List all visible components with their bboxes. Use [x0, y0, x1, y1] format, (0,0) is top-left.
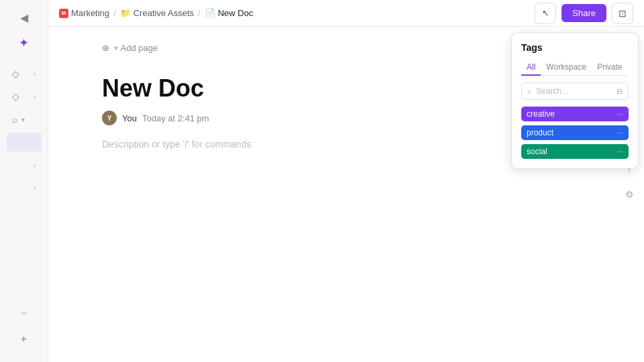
- tags-tabs: All Workspace Private: [521, 60, 629, 76]
- tag-creative-label: creative: [527, 109, 555, 119]
- layout-button[interactable]: ⊡: [612, 3, 633, 24]
- settings-button[interactable]: ⚙: [620, 185, 639, 204]
- search-icon: ⌕: [12, 114, 17, 125]
- chevron-right-icon-4: ›: [34, 161, 36, 169]
- tag-product-more[interactable]: ···: [617, 129, 623, 137]
- document-timestamp: Today at 2:41 pm: [142, 113, 209, 123]
- main-content: M Marketing / 📁 Creative Assets / 📄 New …: [48, 0, 644, 362]
- breadcrumb-marketing[interactable]: M Marketing: [59, 8, 109, 18]
- tab-workspace[interactable]: Workspace: [541, 60, 592, 76]
- ellipsis-icon: ···: [21, 307, 27, 318]
- cursor-button[interactable]: ↖: [535, 3, 556, 24]
- sidebar-nav: ◇ › ◇ › ⌕ ▾ › ›: [0, 63, 48, 298]
- collapse-button[interactable]: ◀: [12, 5, 36, 29]
- tag-social[interactable]: social ···: [521, 144, 629, 159]
- folder-icon: 📁: [120, 8, 131, 18]
- breadcrumb-folder-label: Creative Assets: [133, 8, 194, 18]
- breadcrumb-sep-2: /: [198, 8, 201, 18]
- plus-icon: +: [21, 333, 27, 345]
- tab-all[interactable]: All: [521, 60, 541, 76]
- tab-private[interactable]: Private: [592, 60, 627, 76]
- header-actions: ↖ Share ⊡: [535, 3, 633, 24]
- sidebar-item-4[interactable]: ›: [7, 154, 42, 176]
- tags-panel-title: Tags: [521, 42, 629, 53]
- gear-icon: ⚙: [625, 189, 634, 200]
- tags-search-container: ⌕ ⊟: [521, 82, 629, 100]
- workspace-icon-button[interactable]: ✦: [12, 31, 36, 55]
- tag-product[interactable]: product ···: [521, 125, 629, 140]
- breadcrumb-new-doc[interactable]: 📄 New Doc: [205, 8, 254, 18]
- header: M Marketing / 📁 Creative Assets / 📄 New …: [48, 0, 644, 27]
- sidebar-item-5[interactable]: ›: [7, 177, 42, 198]
- tags-panel: Tags All Workspace Private ⌕ ⊟ creative …: [511, 32, 639, 169]
- search-icon: ⌕: [527, 87, 532, 95]
- workspace-icon: ✦: [19, 36, 29, 50]
- chevron-down-icon: ▾: [21, 116, 25, 123]
- sidebar-bottom: ··· +: [0, 300, 48, 357]
- avatar-initials: Y: [107, 115, 112, 122]
- add-page-label: + Add page: [113, 43, 158, 53]
- marketing-icon: M: [59, 9, 68, 18]
- breadcrumb: M Marketing / 📁 Creative Assets / 📄 New …: [59, 8, 253, 18]
- add-page-icon: ⊕: [102, 43, 109, 53]
- nav-icon-1: ◇: [12, 68, 19, 79]
- tag-creative-more[interactable]: ···: [617, 110, 623, 118]
- sidebar-top: ◀ ✦: [0, 5, 48, 55]
- chevron-right-icon-5: ›: [34, 184, 36, 192]
- nav-icon-2: ◇: [12, 91, 19, 102]
- chevron-right-icon-2: ›: [34, 93, 36, 101]
- tag-list: creative ··· product ··· social ···: [521, 107, 629, 159]
- chevron-right-icon-1: ›: [34, 70, 36, 78]
- sidebar-highlight: [7, 133, 42, 152]
- sidebar-item-2[interactable]: ◇ ›: [7, 86, 42, 107]
- tags-search-input[interactable]: [536, 86, 612, 96]
- breadcrumb-creative-assets[interactable]: 📁 Creative Assets: [120, 8, 194, 18]
- tag-social-more[interactable]: ···: [617, 147, 623, 156]
- layout-icon: ⊡: [619, 8, 627, 19]
- tag-product-label: product: [527, 128, 553, 137]
- chevron-left-icon: ◀: [20, 11, 28, 24]
- document-author: You: [122, 113, 137, 123]
- avatar: Y: [102, 111, 117, 125]
- breadcrumb-marketing-label: Marketing: [71, 8, 109, 18]
- tag-creative[interactable]: creative ···: [521, 107, 629, 121]
- filter-icon[interactable]: ⊟: [616, 87, 623, 96]
- breadcrumb-sep-1: /: [113, 8, 116, 18]
- sidebar: ◀ ✦ ◇ › ◇ › ⌕ ▾ › › ··· +: [0, 0, 48, 362]
- add-button[interactable]: +: [12, 327, 36, 351]
- more-options-button[interactable]: ···: [12, 300, 36, 324]
- share-button[interactable]: Share: [561, 4, 606, 22]
- breadcrumb-doc-label: New Doc: [218, 8, 254, 18]
- sidebar-item-1[interactable]: ◇ ›: [7, 63, 42, 84]
- cursor-icon: ↖: [542, 8, 549, 18]
- sidebar-item-search[interactable]: ⌕ ▾: [7, 109, 42, 130]
- doc-icon: 📄: [205, 8, 215, 18]
- tag-social-label: social: [527, 147, 547, 156]
